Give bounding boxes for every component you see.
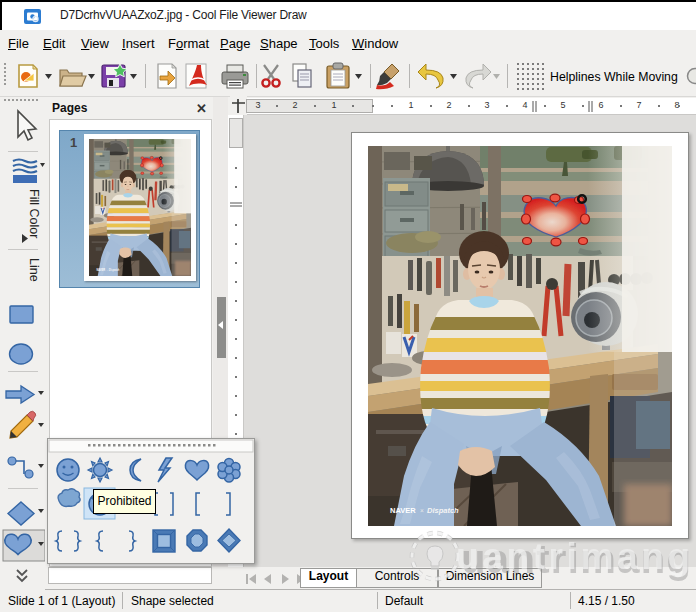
svg-text:Dispatch: Dispatch [427, 506, 459, 515]
svg-text:5: 5 [560, 100, 565, 110]
svg-text:Fill Color: Fill Color [27, 189, 41, 238]
svg-text:Helplines While Moving: Helplines While Moving [550, 70, 678, 84]
svg-text:1: 1 [408, 100, 413, 110]
svg-text:4: 4 [522, 100, 527, 110]
svg-text:Line: Line [27, 258, 41, 282]
svg-text:7: 7 [636, 100, 641, 110]
svg-text:1: 1 [331, 100, 336, 110]
svg-text:NAVER: NAVER [390, 506, 416, 515]
svg-text:×: × [420, 507, 424, 514]
svg-text:2: 2 [292, 100, 297, 110]
svg-text:6: 6 [598, 100, 603, 110]
svg-text:2: 2 [446, 100, 451, 110]
svg-text:3: 3 [484, 100, 489, 110]
svg-text:3: 3 [255, 100, 260, 110]
